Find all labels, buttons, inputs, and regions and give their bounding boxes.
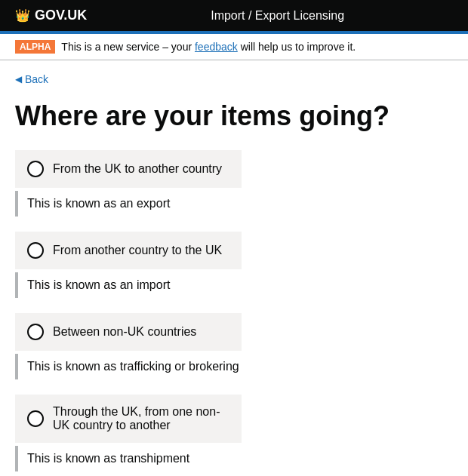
site-header: 👑 GOV.UK Import / Export Licensing [0,0,468,31]
radio-option-text-export: From the UK to another country [53,162,222,176]
alpha-text-before: This is a new service – your [61,41,192,53]
crown-icon: 👑 [15,8,30,23]
radio-circle-import [27,242,44,259]
radio-hint-export: This is known as an export [15,191,453,217]
radio-circle-export [27,161,44,177]
radio-hint-transhipment: This is known as transhipment [15,446,453,471]
alpha-text: This is a new service – your feedback wi… [61,41,356,53]
page-title: Where are your items going? [15,100,453,132]
radio-label-export[interactable]: From the UK to another country [15,150,242,188]
logo-text: GOV.UK [35,8,87,23]
back-link[interactable]: ◀ Back [15,73,48,85]
alpha-banner: ALPHA This is a new service – your feedb… [0,34,468,60]
radio-label-brokering[interactable]: Between non-UK countries [15,313,242,351]
alpha-badge: ALPHA [15,40,55,54]
radio-group: From the UK to another countryThis is kn… [15,150,453,471]
radio-circle-brokering [27,324,44,340]
radio-option-brokering: Between non-UK countriesThis is known as… [15,313,453,379]
main-content: ◀ Back Where are your items going? From … [0,60,468,476]
back-arrow-icon: ◀ [15,74,22,84]
radio-option-import: From another country to the UKThis is kn… [15,232,453,298]
radio-option-text-brokering: Between non-UK countries [53,325,196,339]
back-link-label: Back [25,73,48,85]
alpha-text-after: will help us to improve it. [241,41,356,53]
radio-label-transhipment[interactable]: Through the UK, from one non-UK country … [15,395,242,443]
radio-hint-brokering: This is known as trafficking or brokerin… [15,354,453,379]
header-title: Import / Export Licensing [102,9,453,23]
radio-option-text-import: From another country to the UK [53,244,222,257]
radio-hint-import: This is known as an import [15,272,453,298]
gov-logo: 👑 GOV.UK [15,8,87,23]
radio-circle-transhipment [27,410,44,427]
radio-label-import[interactable]: From another country to the UK [15,232,242,269]
radio-option-export: From the UK to another countryThis is kn… [15,150,453,217]
radio-option-transhipment: Through the UK, from one non-UK country … [15,395,453,471]
radio-option-text-transhipment: Through the UK, from one non-UK country … [53,405,229,432]
feedback-link[interactable]: feedback [195,41,238,53]
